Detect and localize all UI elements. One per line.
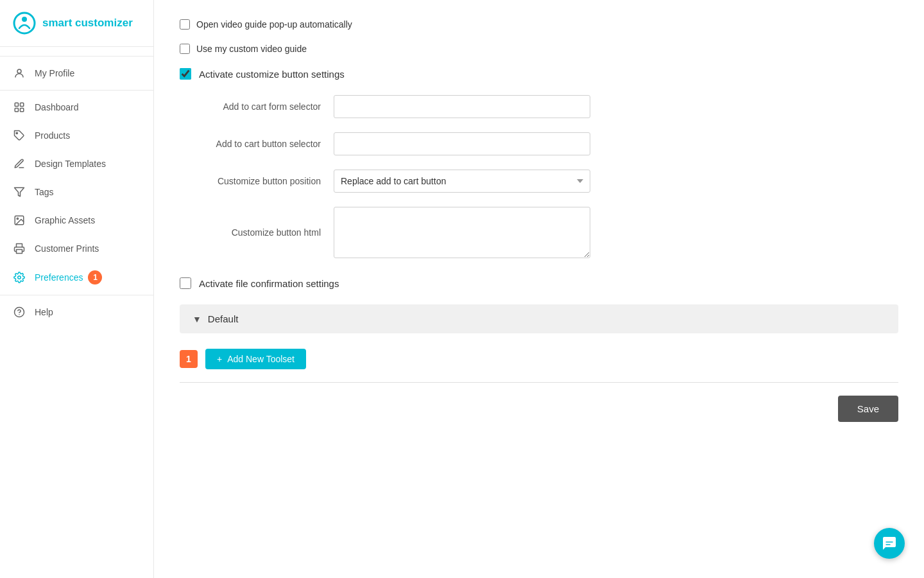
sidebar-item-preferences[interactable]: Preferences 1 (0, 263, 153, 292)
dashboard-icon (13, 101, 26, 114)
preferences-badge: 1 (88, 270, 102, 285)
section-divider (180, 382, 898, 383)
sidebar-item-my-profile-label: My Profile (35, 68, 74, 78)
sidebar-item-dashboard-label: Dashboard (35, 102, 79, 112)
form-row-button-position: Customize button position Replace add to… (180, 170, 898, 193)
svg-point-7 (16, 132, 17, 134)
svg-rect-3 (15, 103, 18, 106)
activate-file-confirmation-checkbox[interactable] (180, 277, 191, 289)
button-position-label: Customize button position (180, 176, 334, 186)
form-row-button-html: Customize button html (180, 207, 898, 258)
sidebar-item-tags-label: Tags (35, 187, 54, 197)
svg-point-10 (17, 218, 18, 219)
default-bar-label: Default (208, 313, 239, 324)
sidebar: smart customizer My Profile (0, 0, 154, 578)
sidebar-item-design-templates[interactable]: Design Templates (0, 150, 153, 178)
svg-point-0 (14, 13, 35, 33)
chat-icon (882, 536, 897, 551)
svg-rect-5 (15, 109, 18, 112)
chat-float-button[interactable] (874, 528, 905, 559)
sidebar-item-products[interactable]: Products (0, 121, 153, 150)
cart-button-label: Add to cart button selector (180, 139, 334, 149)
sidebar-item-graphic-assets[interactable]: Graphic Assets (0, 206, 153, 234)
svg-point-1 (22, 17, 27, 22)
toolset-number-badge: 1 (180, 350, 198, 368)
sidebar-item-customer-prints-label: Customer Prints (35, 243, 99, 254)
filter-icon (13, 186, 26, 198)
sidebar-item-design-templates-label: Design Templates (35, 159, 106, 169)
tag-icon (13, 129, 26, 142)
button-position-select[interactable]: Replace add to cart button Before add to… (334, 170, 590, 193)
button-html-label: Customize button html (180, 227, 334, 238)
sidebar-item-tags[interactable]: Tags (0, 178, 153, 206)
main-content: Open video guide pop-up automatically Us… (154, 0, 924, 578)
sidebar-item-graphic-assets-label: Graphic Assets (35, 215, 95, 225)
save-area: Save (180, 396, 898, 422)
svg-point-12 (18, 276, 21, 279)
svg-point-2 (17, 69, 21, 73)
video-guide-popup-checkbox[interactable] (180, 19, 190, 30)
default-bar[interactable]: ▼ Default (180, 304, 898, 333)
activate-customize-label[interactable]: Activate customize button settings (199, 69, 345, 80)
plus-icon: + (217, 354, 222, 364)
sidebar-item-help-label: Help (35, 307, 53, 317)
custom-video-guide-row: Use my custom video guide (180, 44, 898, 54)
button-html-textarea[interactable] (334, 207, 590, 258)
custom-video-guide-label[interactable]: Use my custom video guide (196, 44, 307, 54)
help-icon (13, 306, 26, 319)
graphic-icon (13, 214, 26, 227)
sidebar-logo: smart customizer (0, 0, 153, 47)
smart-customizer-logo-icon (13, 12, 36, 35)
cart-button-input[interactable] (334, 132, 590, 155)
sidebar-item-help[interactable]: Help (0, 298, 153, 326)
chevron-down-icon: ▼ (193, 314, 201, 324)
sidebar-item-dashboard[interactable]: Dashboard (0, 93, 153, 121)
cart-form-label: Add to cart form selector (180, 101, 334, 112)
sidebar-item-my-profile[interactable]: My Profile (0, 59, 153, 87)
svg-rect-4 (21, 103, 24, 106)
gear-icon (13, 271, 26, 284)
activate-customize-row: Activate customize button settings (180, 68, 898, 80)
brush-icon (13, 157, 26, 170)
add-toolset-label: Add New Toolset (227, 354, 295, 364)
form-row-cart-button: Add to cart button selector (180, 132, 898, 155)
customize-form-section: Add to cart form selector Add to cart bu… (180, 95, 898, 258)
sidebar-nav: My Profile Dashboard (0, 47, 153, 578)
svg-marker-8 (15, 188, 24, 197)
sidebar-item-products-label: Products (35, 130, 70, 141)
app-logo-text: smart customizer (42, 17, 133, 30)
sidebar-item-customer-prints[interactable]: Customer Prints (0, 234, 153, 263)
prints-icon (13, 242, 26, 255)
add-new-toolset-button[interactable]: + Add New Toolset (205, 349, 306, 369)
svg-rect-6 (21, 109, 24, 112)
person-icon (13, 67, 26, 80)
activate-customize-checkbox[interactable] (180, 68, 191, 80)
form-row-cart-form: Add to cart form selector (180, 95, 898, 118)
save-button[interactable]: Save (838, 396, 898, 422)
custom-video-guide-checkbox[interactable] (180, 44, 190, 54)
activate-file-confirmation-label[interactable]: Activate file confirmation settings (199, 278, 339, 289)
svg-rect-11 (17, 250, 22, 254)
toolset-row: 1 + Add New Toolset (180, 349, 898, 369)
sidebar-item-preferences-label: Preferences (35, 272, 83, 283)
cart-form-input[interactable] (334, 95, 590, 118)
video-guide-popup-row: Open video guide pop-up automatically (180, 19, 898, 30)
activate-file-confirmation-row: Activate file confirmation settings (180, 277, 898, 289)
video-guide-popup-label[interactable]: Open video guide pop-up automatically (196, 19, 352, 30)
